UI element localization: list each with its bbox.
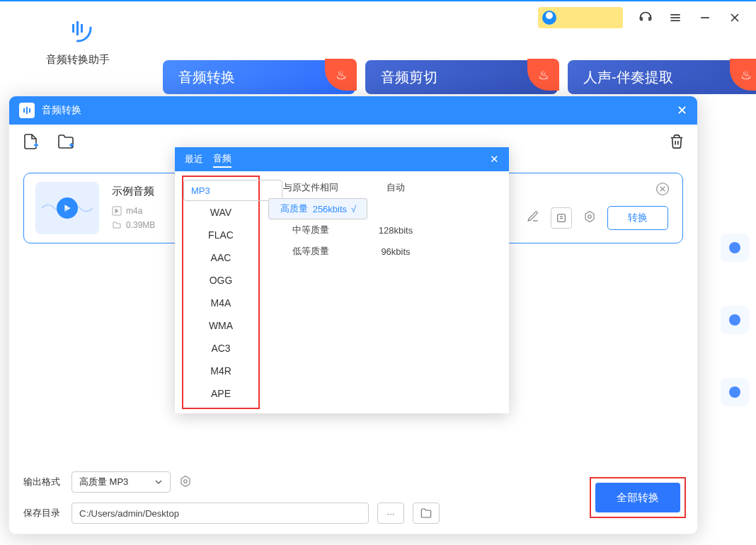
feature-cards: 音频转换♨ 音频剪切♨ 人声-伴奏提取♨	[163, 60, 756, 94]
svg-rect-25	[558, 214, 566, 222]
popup-close-icon[interactable]: ✕	[490, 153, 499, 166]
quality-option[interactable]: 高质量256kbits√	[268, 198, 367, 219]
svg-point-29	[588, 215, 592, 219]
user-area[interactable]	[538, 7, 623, 28]
svg-marker-28	[585, 212, 594, 222]
modal-logo-icon	[19, 103, 35, 118]
remove-file-icon[interactable]	[655, 182, 670, 196]
convert-all-button[interactable]: 全部转换	[595, 483, 680, 512]
tab-audio[interactable]: 音频	[213, 151, 231, 168]
file-ext: m4a	[126, 204, 142, 218]
menu-icon[interactable]	[668, 11, 682, 25]
file-thumbnail[interactable]	[35, 182, 99, 234]
minimize-icon[interactable]	[698, 11, 712, 25]
gear-icon[interactable]	[583, 210, 596, 226]
quality-list: 与原文件相同自动高质量256kbits√中等质量128kbits低等质量96kb…	[260, 171, 509, 413]
format-option-aac[interactable]: AAC	[183, 246, 258, 269]
headset-icon[interactable]	[638, 11, 653, 25]
modal-titlebar: 音频转换 ✕	[9, 96, 697, 125]
card-vocal-extract[interactable]: 人声-伴奏提取♨	[568, 60, 756, 94]
app-title: 音频转换助手	[21, 53, 134, 67]
format-settings-icon[interactable]	[179, 475, 192, 490]
output-format-label: 输出格式	[23, 476, 63, 488]
browse-folder-icon[interactable]	[413, 503, 440, 524]
flame-icon: ♨	[527, 59, 559, 91]
svg-rect-9	[81, 24, 83, 33]
file-info: 示例音频 m4a 0.39MB	[112, 185, 155, 232]
card-audio-cut[interactable]: 音频剪切♨	[365, 60, 558, 94]
file-name: 示例音频	[112, 185, 155, 198]
save-path-label: 保存目录	[23, 507, 63, 520]
flame-icon: ♨	[730, 59, 756, 91]
file-size: 0.39MB	[126, 218, 155, 232]
output-format-select[interactable]: 高质量 MP3	[71, 471, 171, 493]
close-icon[interactable]	[728, 11, 742, 25]
svg-point-31	[184, 479, 188, 483]
format-option-m4a[interactable]: M4A	[183, 292, 258, 314]
file-actions: 转换	[527, 206, 668, 230]
svg-rect-14	[26, 107, 28, 114]
modal-title-text: 音频转换	[42, 104, 81, 117]
format-option-flac[interactable]: FLAC	[183, 224, 258, 246]
side-feature-icons	[721, 234, 749, 406]
svg-point-11	[729, 314, 740, 326]
svg-rect-7	[72, 24, 74, 33]
file-settings-icon[interactable]	[551, 207, 572, 229]
modal-bottom: 输出格式 高质量 MP3 保存目录 ··· 全部转换	[9, 461, 697, 534]
format-option-ac3[interactable]: AC3	[183, 337, 258, 360]
svg-marker-30	[181, 476, 190, 486]
popup-tabs: 最近 音频 ✕	[175, 147, 509, 171]
chevron-down-icon	[154, 478, 163, 486]
format-option-ape[interactable]: APE	[183, 382, 258, 405]
side-icon-3[interactable]	[721, 378, 749, 406]
quality-option[interactable]: 中等质量128kbits	[268, 219, 500, 241]
delete-all-icon[interactable]	[669, 134, 685, 149]
quality-option[interactable]: 与原文件相同自动	[268, 177, 500, 198]
format-option-ogg[interactable]: OGG	[183, 269, 258, 292]
format-option-m4r[interactable]: M4R	[183, 360, 258, 382]
svg-point-12	[729, 386, 740, 398]
app-logo-icon	[64, 14, 92, 42]
card-audio-convert[interactable]: 音频转换♨	[163, 60, 355, 94]
save-path-input[interactable]	[71, 503, 369, 524]
modal-close-icon[interactable]: ✕	[677, 103, 687, 118]
svg-rect-13	[23, 108, 25, 113]
app-brand: 音频转换助手	[21, 14, 134, 67]
path-more-button[interactable]: ···	[377, 503, 404, 524]
avatar-icon	[542, 11, 556, 25]
side-icon-1[interactable]	[721, 234, 749, 262]
format-option-wav[interactable]: WAV	[183, 201, 258, 224]
tab-recent[interactable]: 最近	[185, 151, 203, 167]
svg-rect-15	[29, 108, 30, 113]
flame-icon: ♨	[325, 59, 357, 91]
format-option-wma[interactable]: WMA	[183, 314, 258, 337]
add-folder-icon[interactable]	[57, 133, 74, 150]
format-list: MP3WAVFLACAACOGGM4AWMAAC3M4RAPE	[182, 176, 260, 409]
add-file-icon[interactable]	[22, 133, 39, 150]
edit-icon[interactable]	[527, 210, 539, 226]
svg-rect-8	[76, 21, 79, 35]
svg-point-10	[729, 242, 740, 253]
quality-option[interactable]: 低等质量96kbits	[268, 241, 500, 262]
side-icon-2[interactable]	[721, 306, 749, 334]
format-popup: 最近 音频 ✕ MP3WAVFLACAACOGGM4AWMAAC3M4RAPE …	[175, 147, 509, 413]
convert-button[interactable]: 转换	[607, 206, 668, 230]
